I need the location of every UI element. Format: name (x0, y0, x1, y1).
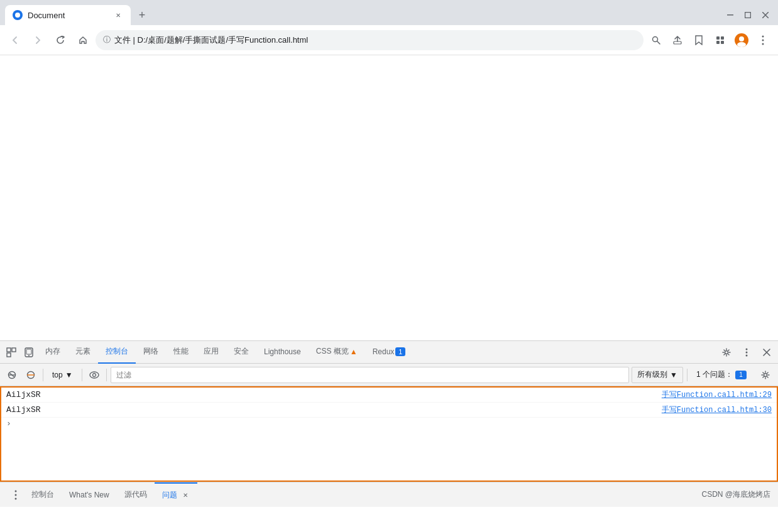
svg-rect-10 (721, 41, 724, 44)
close-button[interactable] (758, 8, 773, 23)
security-icon: ⓘ (103, 35, 111, 45)
svg-line-5 (657, 41, 660, 44)
svg-rect-8 (721, 36, 724, 40)
console-value-1: AiljxSR (6, 390, 662, 399)
back-button[interactable] (5, 30, 25, 50)
console-settings-icon[interactable] (757, 366, 774, 384)
devtools-close-icon[interactable] (758, 344, 775, 361)
tab-title: Document (28, 11, 108, 20)
devtools-settings-icon[interactable] (718, 344, 735, 361)
svg-rect-17 (7, 348, 11, 352)
tab-bar: Document ✕ + (0, 0, 778, 25)
address-bar[interactable]: ⓘ 文件 | D:/桌面/题解/手撕面试题/手写Function.call.ht… (96, 30, 644, 50)
tab-favicon (13, 10, 23, 20)
svg-rect-9 (716, 41, 720, 44)
new-tab-button[interactable]: + (133, 6, 151, 24)
extensions-icon[interactable] (710, 30, 730, 50)
bottom-menu-icon[interactable] (8, 487, 24, 503)
console-link-2[interactable]: 手写Function.call.html:30 (662, 404, 772, 415)
tab-console[interactable]: 控制台 (98, 341, 136, 364)
window-controls (723, 8, 773, 23)
devtools-right-actions (718, 344, 775, 361)
redux-badge: 1 (395, 347, 405, 356)
console-value-2: AiljxSR (6, 405, 662, 415)
toolbar-separator-1 (43, 369, 43, 381)
bottom-tab-console[interactable]: 控制台 (24, 482, 62, 508)
svg-rect-7 (716, 36, 720, 40)
svg-point-35 (92, 373, 96, 376)
svg-point-36 (764, 373, 767, 376)
tab-performance[interactable]: 性能 (166, 341, 196, 364)
chrome-menu-icon[interactable] (753, 30, 773, 50)
svg-point-26 (746, 354, 748, 356)
console-link-1[interactable]: 手写Function.call.html:29 (662, 389, 772, 400)
issues-badge: 1 个问题： 1 (691, 369, 752, 380)
console-row: AiljxSR 手写Function.call.html:29 (1, 388, 777, 403)
issues-count-icon: 1 (735, 371, 747, 379)
eye-icon[interactable] (86, 367, 102, 383)
tab-close-button[interactable]: ✕ (113, 10, 123, 20)
tab-css-overview[interactable]: CSS 概览 ▲ (309, 341, 365, 364)
filter-toggle-icon[interactable] (23, 367, 39, 383)
devtools-device-icon[interactable] (20, 344, 38, 361)
svg-rect-21 (26, 349, 31, 354)
svg-point-25 (746, 351, 748, 353)
share-icon[interactable] (667, 30, 688, 50)
tab-application[interactable]: 应用 (196, 341, 226, 364)
profile-avatar[interactable] (731, 30, 752, 50)
svg-point-22 (28, 355, 30, 356)
filter-area[interactable] (111, 367, 630, 383)
clear-console-icon[interactable] (4, 367, 20, 383)
reload-button[interactable] (50, 30, 70, 50)
svg-point-12 (739, 36, 744, 41)
level-selector[interactable]: 所有级别 ▼ (632, 367, 683, 383)
navigation-bar: ⓘ 文件 | D:/桌面/题解/手撕面试题/手写Function.call.ht… (0, 25, 778, 55)
home-button[interactable] (73, 30, 93, 50)
bottom-tab-sources[interactable]: 源代码 (117, 482, 155, 508)
forward-button[interactable] (28, 30, 48, 50)
bottom-right-text: CSDN @海底烧烤店 (701, 489, 770, 500)
tab-issues-close[interactable]: ✕ (181, 491, 190, 500)
console-row: AiljxSR 手写Function.call.html:30 (1, 403, 777, 418)
bottom-tab-issues[interactable]: 问题 ✕ (155, 482, 197, 508)
tab-lighthouse[interactable]: Lighthouse (256, 341, 309, 364)
svg-rect-19 (12, 348, 16, 352)
svg-point-24 (746, 348, 748, 350)
devtools-panel: 内存 元素 控制台 网络 性能 应用 安全 Lighthouse CSS 概览 … (0, 340, 778, 507)
bottom-tab-whats-new[interactable]: What's New (62, 482, 117, 508)
tab-elements[interactable]: 元素 (68, 341, 98, 364)
context-selector[interactable]: top ▼ (47, 367, 78, 383)
url-text: 文件 | D:/桌面/题解/手撕面试题/手写Function.call.html (114, 35, 636, 46)
tab-network[interactable]: 网络 (136, 341, 166, 364)
console-toolbar: top ▼ 所有级别 ▼ 1 个问题： 1 (0, 364, 778, 386)
filter-input[interactable] (114, 367, 627, 383)
search-icon[interactable] (646, 30, 666, 50)
minimize-button[interactable] (723, 8, 738, 23)
toolbar-separator-3 (106, 369, 107, 381)
css-warning-icon: ▲ (350, 347, 358, 356)
tab-memory[interactable]: 内存 (38, 341, 68, 364)
browser-tab[interactable]: Document ✕ (5, 5, 131, 25)
prompt-arrow: › (6, 419, 11, 428)
tab-security[interactable]: 安全 (226, 341, 256, 364)
maximize-button[interactable] (740, 8, 755, 23)
svg-point-15 (762, 39, 764, 41)
console-prompt: › (1, 418, 777, 430)
svg-rect-1 (745, 13, 751, 18)
svg-point-37 (15, 490, 17, 492)
svg-rect-0 (727, 14, 733, 16)
bookmark-icon[interactable] (689, 30, 709, 50)
svg-point-13 (737, 42, 746, 47)
svg-point-34 (90, 372, 99, 378)
svg-point-16 (762, 43, 764, 45)
browser-frame: Document ✕ + ⓘ (0, 0, 778, 532)
devtools-more-icon[interactable] (738, 344, 755, 361)
devtools-tab-bar: 内存 元素 控制台 网络 性能 应用 安全 Lighthouse CSS 概览 … (0, 341, 778, 364)
svg-rect-18 (7, 353, 11, 357)
toolbar-separator-4 (687, 369, 688, 381)
svg-point-23 (725, 350, 728, 354)
devtools-inspect-icon[interactable] (3, 344, 20, 361)
svg-rect-6 (674, 41, 681, 44)
svg-point-39 (15, 497, 17, 499)
tab-redux[interactable]: Redux 1 (365, 341, 414, 364)
